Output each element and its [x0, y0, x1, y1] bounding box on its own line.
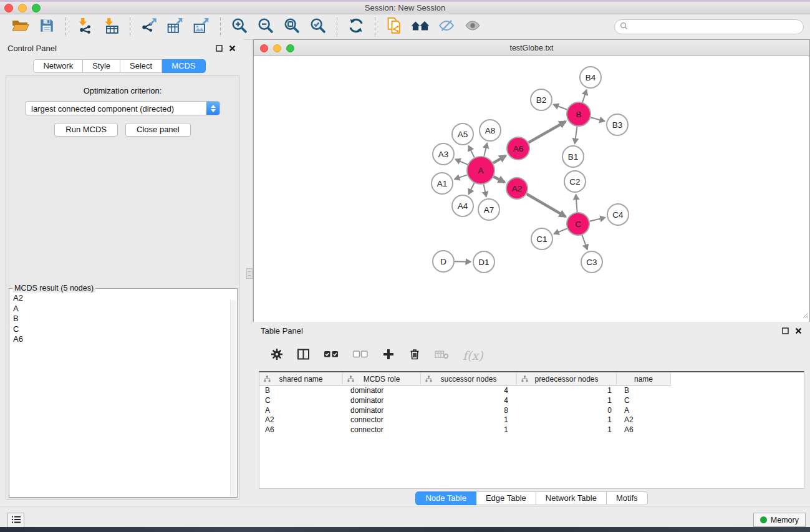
column-header-predecessor-nodes[interactable]: predecessor nodes: [517, 372, 617, 386]
mcds-result-item[interactable]: A: [13, 304, 233, 314]
tab-motifs[interactable]: Motifs: [607, 491, 648, 505]
column-header-name[interactable]: name: [617, 372, 671, 386]
table-cell[interactable]: 8: [421, 406, 517, 416]
table-settings-button[interactable]: [271, 348, 283, 363]
select-all-button[interactable]: [324, 349, 339, 361]
table-cell[interactable]: B: [617, 386, 671, 396]
table-cell[interactable]: A2: [259, 415, 343, 425]
table-cell[interactable]: 4: [421, 396, 517, 406]
delete-column-button[interactable]: [408, 348, 421, 363]
graph-edge-B-B1[interactable]: [575, 127, 577, 143]
function-builder-button[interactable]: f(x): [463, 349, 483, 362]
refresh-view-button[interactable]: [345, 16, 367, 37]
import-table-button[interactable]: [100, 16, 122, 37]
add-column-button[interactable]: [382, 348, 395, 363]
graph-node-A8[interactable]: A8: [480, 120, 501, 141]
search-field[interactable]: [614, 19, 804, 34]
graph-edge-A-A7[interactable]: [484, 185, 486, 197]
table-cell[interactable]: 1: [421, 415, 517, 425]
copy-network-button[interactable]: [383, 16, 405, 37]
graph-node-A2[interactable]: A2: [506, 178, 528, 199]
result-scrollbar[interactable]: [230, 300, 236, 496]
graph-edge-A-A6[interactable]: [493, 156, 506, 163]
resize-grip-icon[interactable]: [801, 310, 809, 321]
column-header-successor-nodes[interactable]: successor nodes: [421, 372, 517, 386]
horizontal-splitter-handle[interactable]: [246, 268, 253, 279]
table-row[interactable]: Adominator80A: [259, 406, 804, 416]
graph-edge-A-A8[interactable]: [484, 143, 487, 156]
memory-button[interactable]: Memory: [753, 513, 806, 527]
mcds-result-item[interactable]: A6: [13, 334, 233, 345]
network-canvas[interactable]: AA1A2A3A4A5A6A7A8BB1B2B3B4CC1C2C3C4DD1: [254, 56, 809, 322]
float-table-panel-icon[interactable]: [781, 326, 789, 335]
tab-style[interactable]: Style: [83, 59, 120, 73]
home-view-button[interactable]: [409, 16, 432, 37]
table-cell[interactable]: connector: [343, 415, 421, 425]
table-cell[interactable]: dominator: [343, 396, 421, 406]
close-window-button[interactable]: [4, 4, 13, 12]
table-cell[interactable]: C: [259, 396, 343, 406]
close-panel-icon[interactable]: [228, 44, 236, 52]
graph-node-B1[interactable]: B1: [562, 146, 584, 167]
graph-edge-C-C2[interactable]: [576, 195, 577, 212]
table-cell[interactable]: 1: [517, 396, 617, 406]
graph-edge-A-A4[interactable]: [469, 183, 475, 195]
graph-node-B2[interactable]: B2: [531, 89, 552, 110]
table-cell[interactable]: A: [617, 406, 671, 416]
graph-edge-C-C3[interactable]: [582, 235, 587, 249]
search-input[interactable]: [631, 22, 803, 32]
table-cell[interactable]: 1: [517, 425, 617, 435]
close-network-window-button[interactable]: [260, 44, 268, 52]
close-table-panel-icon[interactable]: [794, 326, 803, 335]
table-cell[interactable]: connector: [343, 425, 421, 435]
graph-node-A4[interactable]: A4: [452, 195, 473, 216]
graph-node-B3[interactable]: B3: [607, 114, 628, 135]
table-row[interactable]: Cdominator41C: [259, 396, 804, 406]
deselect-all-button[interactable]: [353, 349, 369, 361]
table-cell[interactable]: A6: [259, 425, 343, 435]
graph-node-D1[interactable]: D1: [473, 251, 494, 273]
import-network-button[interactable]: [74, 16, 96, 37]
tab-select[interactable]: Select: [120, 59, 162, 73]
graph-edge-A-A1[interactable]: [455, 175, 467, 179]
graph-edge-A6-B[interactable]: [529, 122, 566, 143]
table-cell[interactable]: 1: [421, 425, 517, 435]
tab-network[interactable]: Network: [33, 59, 83, 73]
graph-node-B4[interactable]: B4: [580, 67, 601, 88]
table-cell[interactable]: dominator: [343, 406, 421, 416]
open-session-button[interactable]: [9, 16, 32, 37]
export-network-button[interactable]: [138, 16, 160, 37]
zoom-in-button[interactable]: [228, 16, 251, 37]
graph-node-C4[interactable]: C4: [607, 204, 629, 225]
zoom-window-button[interactable]: [32, 4, 41, 12]
graph-node-A[interactable]: A: [467, 157, 494, 184]
show-all-button[interactable]: [461, 16, 484, 37]
tab-edge-table[interactable]: Edge Table: [476, 491, 536, 505]
graph-node-C1[interactable]: C1: [531, 228, 552, 249]
graph-edge-C-C1[interactable]: [554, 228, 567, 234]
graph-node-A6[interactable]: A6: [507, 137, 529, 160]
mcds-result-item[interactable]: B: [13, 314, 233, 324]
run-mcds-button[interactable]: Run MCDS: [54, 123, 118, 137]
graph-edge-C-C4[interactable]: [590, 218, 605, 221]
graph-edge-B-B2[interactable]: [554, 105, 567, 110]
export-image-button[interactable]: [190, 16, 213, 37]
minimize-network-window-button[interactable]: [273, 44, 281, 52]
task-history-button[interactable]: [7, 513, 24, 528]
graph-edge-A-A5[interactable]: [468, 146, 474, 158]
graph-node-A3[interactable]: A3: [433, 143, 454, 165]
graph-edge-A-A2[interactable]: [494, 177, 505, 182]
tab-node-table[interactable]: Node Table: [415, 491, 476, 505]
table-row[interactable]: Bdominator41B: [259, 386, 804, 396]
graph-node-A1[interactable]: A1: [432, 173, 453, 194]
graph-edge-B-B4[interactable]: [582, 90, 587, 102]
delete-table-button[interactable]: [435, 349, 449, 362]
hide-selected-button[interactable]: [435, 16, 458, 37]
network-graph[interactable]: AA1A2A3A4A5A6A7A8BB1B2B3B4CC1C2C3C4DD1: [254, 56, 808, 321]
export-table-button[interactable]: [164, 16, 186, 37]
table-cell[interactable]: 1: [517, 415, 617, 425]
table-row[interactable]: A2connector11A2: [259, 415, 804, 425]
graph-node-A7[interactable]: A7: [478, 199, 499, 220]
table-cell[interactable]: B: [259, 386, 343, 396]
table-cell[interactable]: C: [617, 396, 671, 406]
